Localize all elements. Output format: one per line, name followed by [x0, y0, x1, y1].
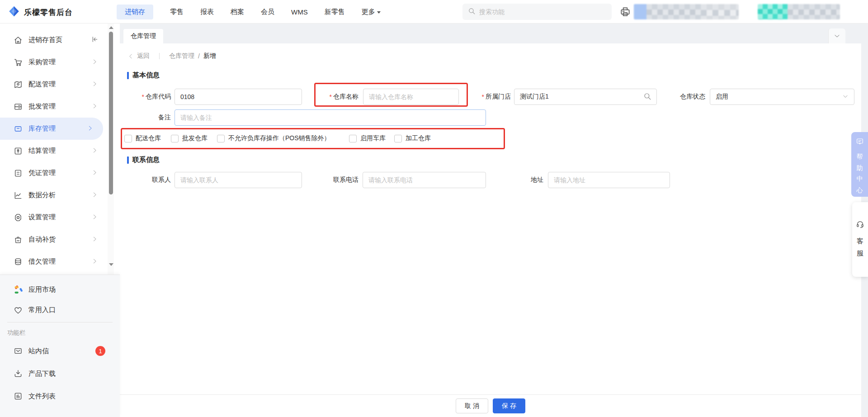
- sidebar-item-data-analysis[interactable]: 数据分析: [0, 184, 108, 206]
- tabbar: 仓库管理: [120, 24, 868, 43]
- section-accent-bar: [127, 156, 129, 164]
- remark-label: 备注: [127, 109, 171, 126]
- unread-count-badge: 1: [95, 346, 105, 356]
- sidebar-item-auto-replenish[interactable]: 自动补货: [0, 228, 108, 251]
- help-chat-icon: [856, 137, 864, 147]
- status-value: 启用: [716, 93, 728, 101]
- help-center-label: 帮助中心: [857, 151, 863, 195]
- address-input[interactable]: [548, 172, 670, 188]
- enable-garage-checkbox[interactable]: [349, 135, 357, 142]
- warehouse-form-page: 返回 仓库管理 / 新增 基本信息 *仓库代码 *仓库名称 *所属门店: [120, 43, 861, 417]
- chevron-right-icon: [92, 236, 98, 244]
- sidebar-item-inventory[interactable]: 库存管理: [0, 118, 103, 140]
- contact-phone-input[interactable]: [363, 172, 486, 188]
- download-icon: [14, 369, 23, 378]
- sidebar: 进销存首页 采购管理 配送管理 批发管理 库存管理: [0, 24, 120, 417]
- contact-person-label: 联系人: [127, 172, 171, 188]
- wholesale-warehouse-checkbox[interactable]: [171, 135, 179, 142]
- sidebar-collapse-icon[interactable]: [91, 36, 99, 45]
- scroll-down-button[interactable]: [109, 263, 113, 266]
- search-input[interactable]: [479, 8, 597, 15]
- sidebar-bottom-section: 应用市场 常用入口 功能栏 站内信 1 产品下载 文件列表: [0, 275, 120, 417]
- nav-item-archives[interactable]: 档案: [231, 8, 244, 16]
- sidebar-item-product-download[interactable]: 产品下载: [0, 362, 120, 385]
- status-label: 仓库状态: [678, 89, 705, 105]
- nav-item-more[interactable]: 更多: [362, 8, 381, 16]
- warehouse-name-input[interactable]: [363, 89, 459, 105]
- storage-box-icon: [14, 124, 23, 133]
- logo-diamond-icon: [8, 5, 20, 19]
- customer-service-widget[interactable]: 客服: [852, 202, 868, 277]
- processing-warehouse-checkbox[interactable]: [394, 135, 402, 142]
- sidebar-menu: 进销存首页 采购管理 配送管理 批发管理 库存管理: [0, 24, 108, 273]
- sidebar-item-settlement[interactable]: 结算管理: [0, 140, 108, 162]
- store-search-icon[interactable]: [643, 92, 651, 102]
- sidebar-item-inbox[interactable]: 站内信 1: [0, 340, 120, 362]
- redacted-user-info: [634, 4, 739, 19]
- tabs-collapse-button[interactable]: [828, 28, 845, 43]
- nav-item-new-retail[interactable]: 新零售: [325, 8, 345, 16]
- breadcrumb-separator: /: [198, 52, 200, 60]
- warehouse-code-label: *仓库代码: [127, 89, 171, 105]
- customer-service-label: 客服: [857, 235, 863, 259]
- coins-icon: [14, 257, 23, 266]
- sidebar-item-wholesale[interactable]: 批发管理: [0, 95, 108, 118]
- address-label: 地址: [516, 172, 543, 188]
- sidebar-item-delivery[interactable]: 配送管理: [0, 73, 108, 95]
- tab-warehouse-management[interactable]: 仓库管理: [123, 29, 163, 43]
- nav-item-retail[interactable]: 零售: [170, 8, 184, 16]
- sidebar-item-file-list[interactable]: 文件列表: [0, 385, 120, 408]
- save-button[interactable]: 保 存: [493, 398, 525, 413]
- chevron-right-icon: [92, 58, 98, 66]
- form-footer: 取 消 保 存: [120, 394, 861, 417]
- contact-person-input[interactable]: [175, 172, 302, 188]
- flag-processing-warehouse[interactable]: 加工仓库: [394, 134, 431, 142]
- warehouse-name-label: *仓库名称: [318, 89, 359, 105]
- printer-icon[interactable]: [619, 6, 631, 19]
- logo[interactable]: 乐檬零售后台: [8, 5, 73, 19]
- flag-enable-garage[interactable]: 启用车库: [349, 134, 386, 142]
- flag-wholesale-warehouse[interactable]: 批发仓库: [171, 134, 208, 142]
- search-icon: [468, 7, 476, 17]
- no-negative-stock-checkbox[interactable]: [217, 135, 225, 142]
- contact-info-section-header: 联系信息: [127, 156, 160, 164]
- help-center-widget[interactable]: 帮助中心: [851, 132, 868, 197]
- sidebar-scrollbar[interactable]: [108, 24, 114, 275]
- warehouse-code-input[interactable]: [175, 89, 302, 105]
- remark-input[interactable]: [175, 109, 486, 126]
- sidebar-section-label: 功能栏: [0, 322, 120, 340]
- nav-item-reports[interactable]: 报表: [200, 8, 214, 16]
- sidebar-item-app-market[interactable]: 应用市场: [0, 280, 120, 300]
- nav-item-inventory-module[interactable]: 进销存: [117, 5, 153, 19]
- sidebar-item-credit[interactable]: 借欠管理: [0, 251, 108, 273]
- sidebar-item-purchase[interactable]: 采购管理: [0, 51, 108, 73]
- back-button[interactable]: 返回: [128, 52, 150, 60]
- sidebar-item-home[interactable]: 进销存首页: [0, 29, 108, 51]
- logo-text: 乐檬零售后台: [24, 7, 73, 18]
- basic-info-section-header: 基本信息: [127, 71, 160, 80]
- scrollbar-thumb[interactable]: [109, 32, 113, 194]
- nav-item-wms[interactable]: WMS: [291, 8, 308, 16]
- sidebar-item-favorites[interactable]: 常用入口: [0, 300, 120, 320]
- scroll-up-button[interactable]: [109, 26, 113, 29]
- delivery-warehouse-checkbox[interactable]: [124, 135, 132, 142]
- function-search[interactable]: [462, 4, 612, 20]
- redacted-store-info: [758, 4, 840, 19]
- warehouse-flags-row: 配送仓库 批发仓库 不允许负库存操作（POS销售除外） 启用车库 加工仓库: [120, 134, 509, 143]
- flag-delivery-warehouse[interactable]: 配送仓库: [124, 134, 161, 142]
- sidebar-item-settings[interactable]: 设置管理: [0, 206, 108, 228]
- chevron-right-icon: [92, 258, 98, 266]
- store-label: *所属门店: [470, 89, 511, 105]
- store-select-input[interactable]: [514, 89, 657, 105]
- cancel-button[interactable]: 取 消: [456, 398, 488, 413]
- gear-icon: [14, 213, 23, 222]
- breadcrumb-parent[interactable]: 仓库管理: [169, 52, 194, 60]
- chevron-right-icon: [92, 81, 98, 89]
- nav-item-members[interactable]: 会员: [261, 8, 274, 16]
- sidebar-item-voucher[interactable]: 凭证管理: [0, 162, 108, 184]
- breadcrumb-divider: [159, 53, 160, 59]
- chevron-right-icon: [92, 191, 98, 199]
- line-chart-icon: [14, 191, 23, 200]
- flag-no-negative-stock[interactable]: 不允许负库存操作（POS销售除外）: [217, 134, 330, 142]
- status-select[interactable]: 启用: [710, 89, 854, 105]
